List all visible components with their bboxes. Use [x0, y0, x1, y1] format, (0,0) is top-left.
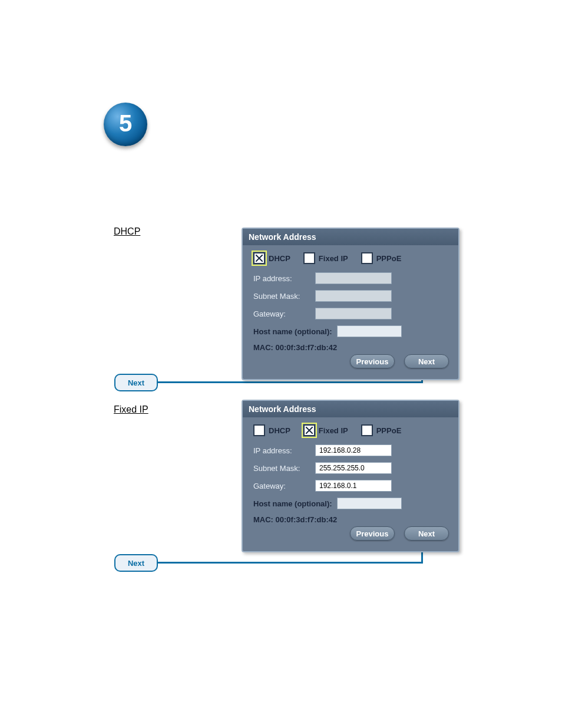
- field-label: Gateway:: [253, 482, 315, 490]
- step-badge: 5: [104, 103, 147, 146]
- field-label: Host name (optional):: [253, 327, 332, 336]
- section-title-fixed-ip: Fixed IP: [114, 404, 148, 415]
- address-mode-options: DHCP Fixed IP PPPoE: [253, 252, 448, 264]
- ip-address-input[interactable]: 192.168.0.28: [315, 444, 392, 456]
- network-address-panel-fixed: Network Address DHCP Fixed IP PPPoE IP a…: [242, 400, 459, 552]
- panel-title: Network Address: [243, 229, 458, 245]
- option-dhcp[interactable]: DHCP: [253, 424, 290, 436]
- gateway-input[interactable]: [315, 308, 392, 319]
- row-host-name: Host name (optional):: [253, 498, 448, 509]
- row-ip-address: IP address: 192.168.0.28: [253, 444, 448, 456]
- option-label: PPPoE: [376, 254, 402, 263]
- previous-button[interactable]: Previous: [350, 526, 395, 541]
- field-label: Subnet Mask:: [253, 292, 315, 301]
- row-gateway: Gateway:: [253, 308, 448, 319]
- button-bar: Previous Next: [243, 352, 458, 368]
- checkbox-icon: [361, 424, 373, 436]
- option-pppoe[interactable]: PPPoE: [361, 424, 402, 436]
- next-chip-label: Next: [128, 559, 144, 568]
- option-label: Fixed IP: [319, 426, 348, 435]
- button-bar: Previous Next: [243, 524, 458, 541]
- checkbox-icon: [253, 252, 265, 264]
- connector-line: [158, 562, 423, 564]
- checkbox-icon: [303, 424, 315, 436]
- connector-line: [158, 381, 423, 383]
- row-ip-address: IP address:: [253, 272, 448, 284]
- checkbox-icon: [303, 252, 315, 264]
- subnet-mask-input[interactable]: 255.255.255.0: [315, 462, 392, 474]
- field-label: IP address:: [253, 446, 315, 455]
- host-name-input[interactable]: [337, 325, 402, 337]
- section-title-dhcp: DHCP: [114, 226, 140, 237]
- next-button[interactable]: Next: [404, 354, 449, 368]
- next-chip-label: Next: [128, 378, 144, 387]
- next-chip-b[interactable]: Next: [114, 554, 158, 572]
- network-address-panel-dhcp: Network Address DHCP Fixed IP PPPoE IP a…: [242, 228, 459, 380]
- next-button[interactable]: Next: [404, 526, 449, 541]
- mac-address-text: MAC: 00:0f:3d:f7:db:42: [253, 515, 448, 524]
- field-label: IP address:: [253, 274, 315, 283]
- option-fixed-ip[interactable]: Fixed IP: [303, 252, 348, 264]
- ip-address-input[interactable]: [315, 272, 392, 284]
- row-gateway: Gateway: 192.168.0.1: [253, 480, 448, 492]
- option-dhcp[interactable]: DHCP: [253, 252, 290, 264]
- subnet-mask-input[interactable]: [315, 290, 392, 302]
- next-chip-a[interactable]: Next: [114, 374, 158, 391]
- option-label: Fixed IP: [319, 254, 348, 263]
- previous-button[interactable]: Previous: [350, 354, 395, 368]
- field-label: Gateway:: [253, 309, 315, 318]
- row-subnet-mask: Subnet Mask:: [253, 290, 448, 302]
- option-label: DHCP: [269, 254, 290, 263]
- option-label: DHCP: [269, 426, 290, 435]
- field-label: Subnet Mask:: [253, 464, 315, 473]
- option-pppoe[interactable]: PPPoE: [361, 252, 402, 264]
- panel-title: Network Address: [243, 401, 458, 417]
- mac-address-text: MAC: 00:0f:3d:f7:db:42: [253, 343, 448, 352]
- row-subnet-mask: Subnet Mask: 255.255.255.0: [253, 462, 448, 474]
- checkbox-icon: [253, 424, 265, 436]
- checkbox-icon: [361, 252, 373, 264]
- gateway-input[interactable]: 192.168.0.1: [315, 480, 392, 492]
- field-label: Host name (optional):: [253, 499, 332, 508]
- address-mode-options: DHCP Fixed IP PPPoE: [253, 424, 448, 436]
- host-name-input[interactable]: [337, 498, 402, 509]
- option-label: PPPoE: [376, 426, 402, 435]
- option-fixed-ip[interactable]: Fixed IP: [303, 424, 348, 436]
- row-host-name: Host name (optional):: [253, 325, 448, 337]
